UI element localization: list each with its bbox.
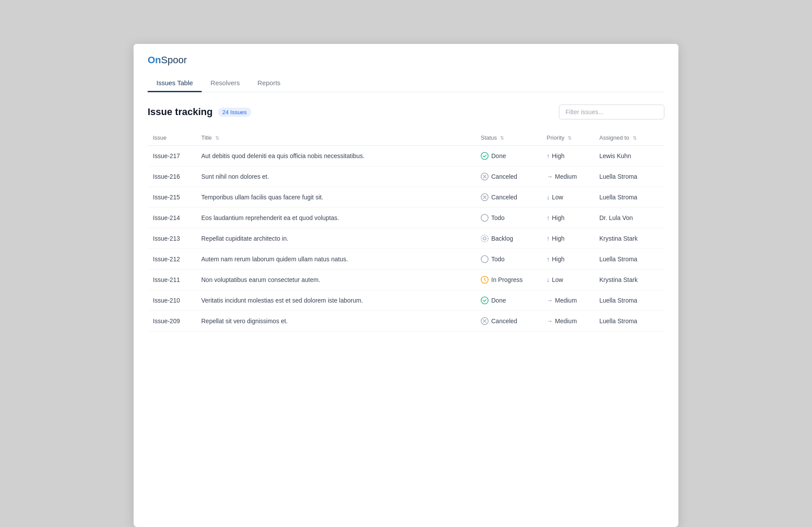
cell-issue-id: Issue-213 [148, 228, 196, 249]
cell-issue-priority: ↓ Low [541, 187, 594, 208]
col-header-priority[interactable]: Priority ⇅ [541, 130, 594, 146]
table-container: Issue Title ⇅ Status ⇅ Priority ⇅ [148, 130, 664, 332]
logo-on: On [148, 54, 161, 65]
table-row[interactable]: Issue-215 Temporibus ullam facilis quas … [148, 187, 664, 208]
status-icon-inprogress [481, 276, 489, 284]
priority-label: Medium [555, 173, 577, 180]
cell-issue-title: Repellat cupiditate architecto in. [196, 228, 475, 249]
cell-issue-priority: ↑ High [541, 146, 594, 166]
table-row[interactable]: Issue-216 Sunt nihil non dolores et. Can… [148, 166, 664, 187]
cell-issue-title: Aut debitis quod deleniti ea quis offici… [196, 146, 475, 166]
status-label: Done [491, 297, 506, 304]
table-header-row: Issue Title ⇅ Status ⇅ Priority ⇅ [148, 130, 664, 146]
issues-table: Issue Title ⇅ Status ⇅ Priority ⇅ [148, 130, 664, 332]
status-icon-canceled [481, 193, 489, 201]
tab-resolvers[interactable]: Resolvers [202, 75, 249, 92]
cell-issue-status: Done [475, 290, 541, 311]
cell-issue-priority: ↑ High [541, 208, 594, 228]
cell-issue-title: Sunt nihil non dolores et. [196, 166, 475, 187]
svg-point-4 [481, 235, 488, 242]
filter-input[interactable] [559, 105, 664, 119]
table-row[interactable]: Issue-210 Veritatis incidunt molestias e… [148, 290, 664, 311]
status-sort-icon: ⇅ [500, 135, 504, 141]
priority-label: High [552, 152, 565, 159]
priority-arrow: ↑ [547, 214, 550, 221]
status-label: Canceled [491, 173, 517, 180]
priority-arrow: → [547, 173, 553, 180]
priority-label: Low [552, 276, 563, 283]
status-icon-todo [481, 255, 489, 263]
cell-assigned-to: Lewis Kuhn [594, 146, 664, 166]
cell-assigned-to: Luella Stroma [594, 290, 664, 311]
col-header-assigned[interactable]: Assigned to ⇅ [594, 130, 664, 146]
priority-sort-icon: ⇅ [568, 135, 572, 141]
cell-issue-title: Eos laudantium reprehenderit ea et quod … [196, 208, 475, 228]
cell-issue-status: In Progress [475, 270, 541, 290]
priority-arrow: ↓ [547, 276, 550, 283]
table-row[interactable]: Issue-214 Eos laudantium reprehenderit e… [148, 208, 664, 228]
status-label: Canceled [491, 194, 517, 201]
app-window: OnSpoor Issues Table Resolvers Reports I… [134, 44, 678, 527]
cell-issue-title: Autem nam rerum laborum quidem ullam nat… [196, 249, 475, 270]
header: OnSpoor Issues Table Resolvers Reports [134, 44, 678, 92]
col-header-title[interactable]: Title ⇅ [196, 130, 475, 146]
logo: OnSpoor [148, 54, 664, 66]
status-label: Todo [491, 214, 504, 221]
nav-tabs: Issues Table Resolvers Reports [148, 75, 664, 92]
section-title: Issue tracking [148, 106, 213, 118]
logo-spoor: Spoor [161, 54, 187, 65]
cell-issue-priority: → Medium [541, 290, 594, 311]
cell-issue-status: Backlog [475, 228, 541, 249]
status-label: Canceled [491, 318, 517, 325]
cell-issue-priority: ↑ High [541, 249, 594, 270]
priority-arrow: → [547, 318, 553, 325]
main-content: Issue tracking 24 Issues Issue Title ⇅ [134, 92, 678, 344]
title-sort-icon: ⇅ [215, 135, 219, 141]
tab-reports[interactable]: Reports [249, 75, 290, 92]
priority-label: High [552, 256, 565, 263]
cell-issue-id: Issue-212 [148, 249, 196, 270]
cell-issue-id: Issue-216 [148, 166, 196, 187]
cell-assigned-to: Luella Stroma [594, 249, 664, 270]
cell-issue-priority: → Medium [541, 311, 594, 332]
status-icon-canceled [481, 317, 489, 325]
cell-issue-id: Issue-214 [148, 208, 196, 228]
svg-point-8 [481, 297, 488, 304]
svg-point-0 [481, 152, 488, 159]
table-row[interactable]: Issue-217 Aut debitis quod deleniti ea q… [148, 146, 664, 166]
table-row[interactable]: Issue-213 Repellat cupiditate architecto… [148, 228, 664, 249]
cell-issue-status: Canceled [475, 187, 541, 208]
table-row[interactable]: Issue-211 Non voluptatibus earum consect… [148, 270, 664, 290]
status-label: Backlog [491, 235, 513, 242]
cell-issue-title: Repellat sit vero dignissimos et. [196, 311, 475, 332]
cell-issue-priority: ↑ High [541, 228, 594, 249]
table-row[interactable]: Issue-209 Repellat sit vero dignissimos … [148, 311, 664, 332]
priority-arrow: ↑ [547, 235, 550, 242]
cell-issue-id: Issue-217 [148, 146, 196, 166]
cell-assigned-to: Krystina Stark [594, 228, 664, 249]
status-label: Todo [491, 256, 504, 263]
status-label: In Progress [491, 276, 523, 283]
priority-label: Medium [555, 297, 577, 304]
col-header-status[interactable]: Status ⇅ [475, 130, 541, 146]
priority-label: High [552, 235, 565, 242]
section-title-area: Issue tracking 24 Issues [148, 106, 251, 118]
cell-issue-priority: → Medium [541, 166, 594, 187]
svg-point-5 [483, 237, 486, 240]
priority-arrow: ↑ [547, 152, 550, 159]
tab-issues-table[interactable]: Issues Table [148, 75, 202, 92]
cell-issue-status: Done [475, 146, 541, 166]
svg-point-3 [481, 214, 488, 221]
priority-label: Low [552, 194, 563, 201]
cell-issue-status: Canceled [475, 166, 541, 187]
cell-issue-title: Temporibus ullam facilis quas facere fug… [196, 187, 475, 208]
priority-arrow: ↓ [547, 194, 550, 201]
status-icon-todo [481, 214, 489, 222]
table-row[interactable]: Issue-212 Autem nam rerum laborum quidem… [148, 249, 664, 270]
cell-issue-title: Non voluptatibus earum consectetur autem… [196, 270, 475, 290]
col-header-issue: Issue [148, 130, 196, 146]
section-header: Issue tracking 24 Issues [148, 105, 664, 119]
status-label: Done [491, 152, 506, 159]
cell-issue-status: Todo [475, 249, 541, 270]
cell-issue-priority: ↓ Low [541, 270, 594, 290]
